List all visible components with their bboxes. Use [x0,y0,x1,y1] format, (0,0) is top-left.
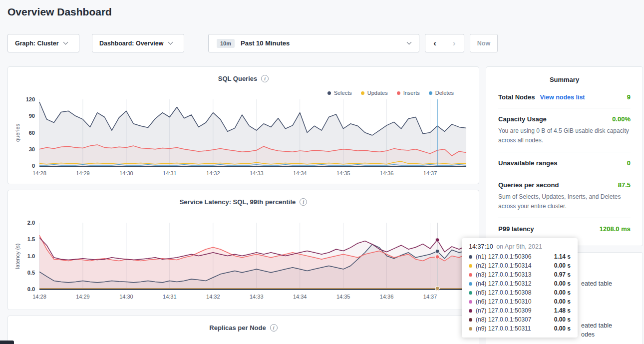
tooltip-date: on Apr 5th, 2021 [496,243,542,250]
info-icon[interactable] [270,324,278,332]
unavailable-ranges-label: Unavailable ranges [498,159,558,167]
series-dot [469,255,472,259]
tooltip-row-n5: (n5) 127.0.0.1:50308 0.00 s [469,288,571,297]
chart-title-text: Service Latency: SQL, 99th percentile [180,198,296,206]
legend-dot [429,91,432,95]
qps-description: Sum of Selects, Updates, Inserts, and De… [498,192,631,211]
node-address: (n9) 127.0.0.1:50311 [476,325,531,332]
chart-title-text: SQL Queries [218,75,258,82]
tooltip-row-n8: (n8) 127.0.0.1:50307 0.00 s [469,315,571,324]
time-prev-button[interactable]: ‹ [425,34,445,52]
legend-item-deletes[interactable]: Deletes [429,90,454,96]
y-axis-tick: 1.5 [27,236,35,242]
legend-dot [361,91,364,95]
dashboard-dropdown-label: Dashboard: Overview [99,40,164,47]
sql-queries-panel: SQL Queries Selects Updates Inserts Dele… [7,66,479,184]
tooltip-row-n1: (n1) 127.0.0.1:50306 1.14 s [469,252,571,261]
node-latency: 0.00 s [554,316,571,323]
y-axis-tick: 0 [32,163,35,169]
tooltip-time: 14:37:10 [469,243,493,250]
node-latency: 0.00 s [554,280,571,287]
time-range-label: Past 10 Minutes [241,39,290,47]
node-latency: 1.14 s [554,253,571,260]
legend-item-selects[interactable]: Selects [327,90,352,96]
chevron-down-icon [407,40,412,45]
sql-queries-chart[interactable]: queries 14:2814:2914:3014:3114:3214:3314… [39,99,466,167]
sql-queries-legend: Selects Updates Inserts Deletes [327,90,454,96]
x-axis-tick: 14:29 [76,170,90,176]
node-latency: 0.00 s [554,298,571,305]
x-axis-tick: 14:34 [293,294,307,300]
summary-body: Total Nodes View nodes list 9 Capacity U… [486,86,643,240]
event-item[interactable]: eated table [581,280,612,287]
x-axis-tick: 14:34 [293,170,307,176]
summary-row-total-nodes: Total Nodes View nodes list 9 [498,86,631,108]
y-axis-tick: 120 [26,96,35,102]
node-address: (n5) 127.0.0.1:50308 [476,289,531,296]
x-axis-tick: 14:32 [206,170,220,176]
tooltip-row-n4: (n4) 127.0.0.1:50312 0.00 s [469,279,571,288]
dashboard-dropdown[interactable]: Dashboard: Overview [92,34,184,52]
x-axis-tick: 14:36 [380,294,394,300]
info-icon[interactable] [261,75,269,82]
now-button[interactable]: Now [470,34,498,52]
page-title: Overview Dashboard [7,6,112,18]
y-axis-tick: 1.0 [27,253,35,259]
x-axis-tick: 14:30 [119,294,133,300]
summary-row-p99-latency: P99 latency 1208.0 ms [498,218,631,240]
x-axis-tick: 14:30 [119,170,133,176]
unavailable-ranges-value: 0 [627,159,631,167]
service-latency-panel: Service Latency: SQL, 99th percentile la… [7,190,479,310]
series-dot [469,300,472,304]
x-axis-tick: 14:28 [32,170,46,176]
node-address: (n2) 127.0.0.1:50314 [476,262,531,269]
summary-row-qps: Queries per second 87.5 Sum of Selects, … [498,174,631,218]
graph-dropdown-label: Graph: Cluster [15,40,59,47]
info-icon[interactable] [300,198,307,206]
event-item[interactable]: odes [581,331,595,338]
tooltip-row-n2: (n2) 127.0.0.1:50314 0.00 s [469,261,571,270]
tooltip-timestamp: 14:37:10 on Apr 5th, 2021 [469,243,571,250]
legend-label: Selects [334,90,352,96]
replicas-per-node-panel: Replicas per Node [7,316,479,344]
node-address: (n3) 127.0.0.1:50313 [476,271,531,278]
y-axis-tick: 2.0 [27,220,35,226]
series-dot [469,309,472,313]
legend-label: Deletes [435,90,454,96]
x-axis-tick: 14:33 [250,170,264,176]
sql-queries-title: SQL Queries [8,67,479,82]
y-axis-label: latency (s) [14,243,20,269]
node-address: (n8) 127.0.0.1:50307 [476,316,531,323]
capacity-value: 0.00% [612,115,631,123]
event-item[interactable]: eated table [581,322,612,329]
p99-latency-label: P99 latency [498,225,534,233]
service-latency-chart[interactable]: latency (s) 14:2814:2914:3014:3114:3214:… [39,223,466,290]
bottom-left-artifact [0,341,14,344]
chart-title-text: Replicas per Node [209,324,266,332]
time-next-button[interactable]: › [444,34,464,52]
y-axis-tick: 60 [29,130,35,136]
node-latency: 0.00 s [554,325,571,332]
legend-item-inserts[interactable]: Inserts [397,90,420,96]
tooltip-row-n7: (n7) 127.0.0.1:50309 1.48 s [469,306,571,315]
time-range-badge: 10m [217,39,235,48]
node-latency: 0.00 s [554,289,571,296]
legend-label: Inserts [403,90,420,96]
capacity-description: You are using 0 B of 4.5 GiB usable disk… [498,126,631,145]
node-address: (n7) 127.0.0.1:50309 [476,307,531,314]
time-range-dropdown[interactable]: 10m Past 10 Minutes [208,34,419,52]
x-axis-tick: 14:37 [423,294,437,300]
x-axis-tick: 14:28 [32,294,46,300]
service-latency-title: Service Latency: SQL, 99th percentile [8,190,479,206]
series-dot [469,291,472,295]
view-nodes-list-link[interactable]: View nodes list [540,94,585,101]
summary-row-capacity: Capacity Usage 0.00% You are using 0 B o… [498,108,631,152]
p99-latency-value: 1208.0 ms [600,225,631,233]
x-axis-tick: 14:29 [76,294,90,300]
legend-item-updates[interactable]: Updates [361,90,388,96]
x-axis-tick: 14:31 [163,170,177,176]
total-nodes-label: Total Nodes [498,93,535,101]
series-dot [469,327,472,331]
graph-dropdown[interactable]: Graph: Cluster [7,34,79,52]
qps-value: 87.5 [618,181,631,189]
